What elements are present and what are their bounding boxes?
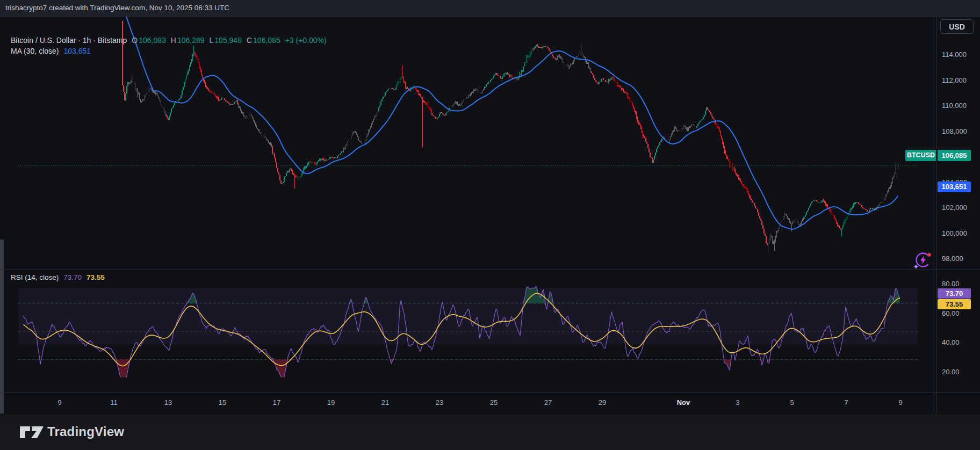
currency-toggle-button[interactable]: USD <box>940 19 974 34</box>
axis-tick-label: 114,000 <box>942 50 967 60</box>
axis-tick-label: 100,000 <box>942 229 967 238</box>
high-value: 106,289 <box>177 36 205 45</box>
last-price-label: 106,085 <box>938 150 971 161</box>
time-tick-label: 23 <box>424 398 455 408</box>
close-value: 106,085 <box>253 36 280 45</box>
symbol-price-tag: BTCUSD <box>905 150 936 161</box>
attribution-bar: trishacrypto7 created with TradingView.c… <box>0 0 980 16</box>
attribution-text: trishacrypto7 created with TradingView.c… <box>5 0 229 16</box>
time-tick-label: 27 <box>533 398 563 408</box>
axis-tick-label: 80.00 <box>942 279 960 289</box>
rsi-ma-value: 73.55 <box>87 273 105 281</box>
tradingview-logo-icon[interactable] <box>19 425 44 440</box>
logo-bar: TradingView <box>0 415 980 450</box>
ma-label: MA (30, close) <box>11 47 59 55</box>
axis-tick-label: 60.00 <box>942 309 960 318</box>
low-label: L <box>210 36 214 45</box>
ma-value: 103,651 <box>63 47 91 55</box>
time-tick-label: 3 <box>723 398 753 408</box>
axis-tick-label: 112,000 <box>942 76 967 85</box>
time-axis[interactable]: 911131517192123252729Nov3579 <box>0 393 936 415</box>
rsi-value-label: 73.70 <box>938 288 971 299</box>
axis-tick-label: 110,000 <box>942 101 967 111</box>
change-value: +3 (+0.00%) <box>285 36 327 45</box>
ma-legend-row[interactable]: MA (30, close) 103,651 <box>11 47 91 55</box>
rsi-legend-row[interactable]: RSI (14, close) 73.70 73.55 <box>11 273 105 281</box>
time-tick-label: 7 <box>831 398 861 408</box>
high-label: H <box>171 36 176 45</box>
pane-scroll-strip[interactable] <box>0 239 4 413</box>
time-tick-label: Nov <box>668 398 698 408</box>
axis-tick-label: 102,000 <box>942 203 967 213</box>
time-tick-label: 25 <box>479 398 509 408</box>
axis-tick-label: 98,000 <box>942 254 963 264</box>
symbol-title: Bitcoin / U.S. Dollar · 1h · Bitstamp <box>11 36 127 45</box>
axis-tick-label: 108,000 <box>942 127 967 136</box>
close-label: C <box>247 36 252 45</box>
time-tick-label: 9 <box>885 398 916 408</box>
time-tick-label: 11 <box>99 398 129 408</box>
time-tick-label: 5 <box>777 398 807 408</box>
time-tick-label: 13 <box>153 398 183 408</box>
time-tick-label: 21 <box>370 398 400 408</box>
axis-tick-label: 40.00 <box>942 338 960 347</box>
rsi-label: RSI (14, close) <box>11 273 59 281</box>
tradingview-chart-window: trishacrypto7 created with TradingView.c… <box>0 0 980 450</box>
time-tick-label: 15 <box>207 398 237 408</box>
open-value: 106,083 <box>139 36 166 45</box>
boost-lightning-icon[interactable] <box>912 250 933 270</box>
chart-canvas[interactable] <box>0 16 936 415</box>
time-tick-label: 17 <box>262 398 292 408</box>
ma-price-label: 103,651 <box>938 182 971 192</box>
tradingview-wordmark[interactable]: TradingView <box>47 424 124 439</box>
chart-region: Bitcoin / U.S. Dollar · 1h · Bitstamp O … <box>0 16 980 415</box>
time-tick-label: 19 <box>316 398 346 408</box>
axis-tick-label: 20.00 <box>942 367 960 377</box>
time-tick-label: 9 <box>45 398 75 408</box>
symbol-legend-row[interactable]: Bitcoin / U.S. Dollar · 1h · Bitstamp O … <box>11 36 327 45</box>
rsi-ma-value-label: 73.55 <box>938 299 971 309</box>
open-label: O <box>132 36 138 45</box>
time-tick-label: 29 <box>587 398 617 408</box>
low-value: 105,948 <box>214 36 242 45</box>
rsi-value: 73.70 <box>63 273 82 281</box>
